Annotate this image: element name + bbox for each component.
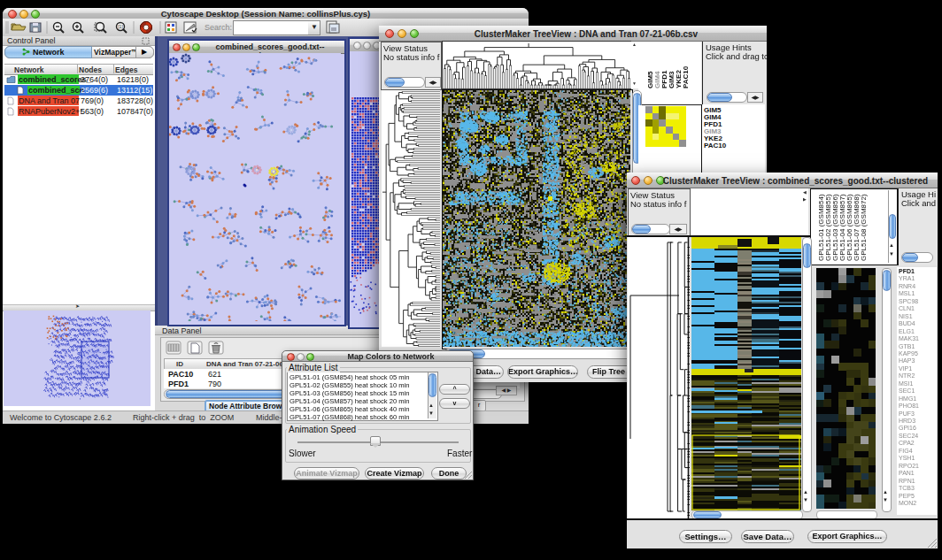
svg-text:[1]: [1] [118,24,123,29]
